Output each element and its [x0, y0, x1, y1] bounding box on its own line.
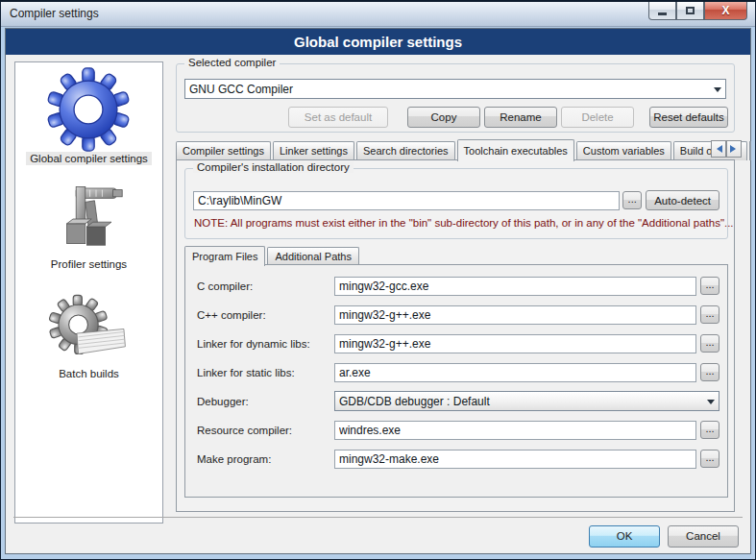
make-program-label: Make program: [197, 453, 334, 465]
arrow-left-icon [713, 145, 722, 153]
sidebar-item-label: Batch builds [55, 367, 123, 380]
page-title: Global compiler settings [6, 29, 750, 55]
installation-directory-group-label: Compiler's installation directory [193, 161, 354, 173]
field-row-cpp-compiler: C++ compiler: ... [197, 304, 719, 325]
gray-gear-papers-icon [49, 294, 130, 367]
static-linker-label: Linker for static libs: [197, 367, 334, 378]
resource-compiler-label: Resource compiler: [197, 425, 334, 436]
window-controls: X [648, 2, 747, 20]
cpp-compiler-input[interactable] [334, 305, 696, 325]
dynamic-linker-input[interactable] [334, 334, 696, 353]
field-row-dynamic-linker: Linker for dynamic libs: ... [197, 333, 719, 353]
tab-scroll-right-button[interactable] [726, 140, 742, 158]
sidebar-item-global-compiler-settings[interactable]: Global compiler settings [26, 67, 152, 165]
tab-scroll-left-button[interactable] [711, 140, 726, 158]
compiler-settings-window: Compiler settings X Global compiler sett… [0, 0, 756, 560]
installation-directory-input[interactable] [193, 191, 620, 210]
installation-note: NOTE: All programs must exist either in … [194, 217, 734, 229]
sidebar: Global compiler settings [14, 61, 163, 523]
make-program-input[interactable] [334, 450, 696, 469]
toolchain-executables-panel: Compiler's installation directory ... Au… [176, 159, 735, 512]
tab-scroller [711, 140, 742, 158]
arrow-right-icon [730, 145, 740, 153]
c-compiler-browse-button[interactable]: ... [700, 277, 719, 295]
window-title: Compiler settings [10, 7, 99, 20]
sidebar-item-profiler-settings[interactable]: Profiler settings [47, 181, 131, 271]
field-row-debugger: Debugger: GDB/CDB debugger : Default [197, 391, 719, 411]
subtab-program-files[interactable]: Program Files [184, 246, 265, 266]
minimize-button[interactable] [648, 2, 676, 20]
field-row-resource-compiler: Resource compiler: ... [197, 420, 719, 440]
field-row-make-program: Make program: ... [197, 449, 719, 469]
sidebar-item-label: Profiler settings [47, 257, 131, 271]
tab-search-directories[interactable]: Search directories [356, 141, 455, 160]
selected-compiler-group-label: Selected compiler [184, 57, 280, 68]
close-button[interactable]: X [704, 2, 747, 20]
chevron-down-icon [714, 87, 721, 96]
reset-defaults-button[interactable]: Reset defaults [649, 107, 728, 128]
maximize-button[interactable] [676, 2, 704, 20]
field-row-c-compiler: C compiler: ... [197, 276, 719, 296]
program-files-subtabs: Program Files Additional Paths [184, 245, 361, 265]
sidebar-item-label: Global compiler settings [26, 152, 152, 165]
caliper-icon [50, 181, 127, 257]
tab-linker-settings[interactable]: Linker settings [273, 141, 354, 160]
field-row-static-linker: Linker for static libs: ... [197, 362, 719, 382]
minimize-icon [658, 12, 667, 15]
resource-compiler-browse-button[interactable]: ... [700, 421, 719, 439]
maximize-icon [686, 7, 695, 14]
tab-custom-variables[interactable]: Custom variables [576, 141, 671, 160]
dialog-client-area: Global compiler settings [5, 28, 751, 554]
footer-divider [13, 517, 743, 518]
ok-button[interactable]: OK [589, 525, 660, 548]
program-files-panel: C compiler: ... C++ compiler: ... Linker… [184, 264, 728, 498]
auto-detect-button[interactable]: Auto-detect [646, 190, 719, 210]
c-compiler-label: C compiler: [197, 280, 334, 292]
selected-compiler-value: GNU GCC Compiler [189, 83, 710, 96]
debugger-value: GDB/CDB debugger : Default [339, 395, 703, 408]
static-linker-input[interactable] [334, 363, 696, 382]
rename-button[interactable]: Rename [484, 107, 557, 128]
compiler-tabs: Compiler settings Linker settings Search… [176, 138, 747, 160]
set-as-default-button[interactable]: Set as default [288, 107, 388, 128]
tab-toolchain-executables[interactable]: Toolchain executables [457, 139, 574, 161]
debugger-label: Debugger: [197, 396, 334, 407]
close-icon: X [721, 5, 729, 16]
cpp-compiler-label: C++ compiler: [197, 309, 334, 321]
make-program-browse-button[interactable]: ... [700, 450, 719, 468]
blue-gear-icon [46, 67, 131, 152]
chevron-down-icon [707, 400, 715, 408]
cpp-compiler-browse-button[interactable]: ... [700, 305, 719, 324]
tab-compiler-settings[interactable]: Compiler settings [176, 141, 271, 160]
title-bar: Compiler settings X [1, 2, 755, 27]
cancel-button[interactable]: Cancel [668, 525, 739, 548]
delete-button[interactable]: Delete [561, 107, 634, 128]
selected-compiler-combobox[interactable]: GNU GCC Compiler [184, 79, 726, 99]
subtab-additional-paths[interactable]: Additional Paths [267, 247, 359, 265]
dynamic-linker-browse-button[interactable]: ... [700, 334, 719, 353]
c-compiler-input[interactable] [334, 277, 696, 296]
installation-directory-group: Compiler's installation directory ... Au… [184, 168, 728, 239]
selected-compiler-group: Selected compiler GNU GCC Compiler Set a… [176, 63, 735, 133]
debugger-combobox[interactable]: GDB/CDB debugger : Default [334, 391, 719, 411]
resource-compiler-input[interactable] [334, 421, 696, 440]
static-linker-browse-button[interactable]: ... [700, 363, 719, 381]
tab-clipped[interactable] [749, 141, 751, 160]
dynamic-linker-label: Linker for dynamic libs: [197, 338, 334, 350]
copy-button[interactable]: Copy [407, 107, 480, 128]
sidebar-item-batch-builds[interactable]: Batch builds [49, 294, 130, 380]
installation-directory-browse-button[interactable]: ... [622, 191, 642, 209]
